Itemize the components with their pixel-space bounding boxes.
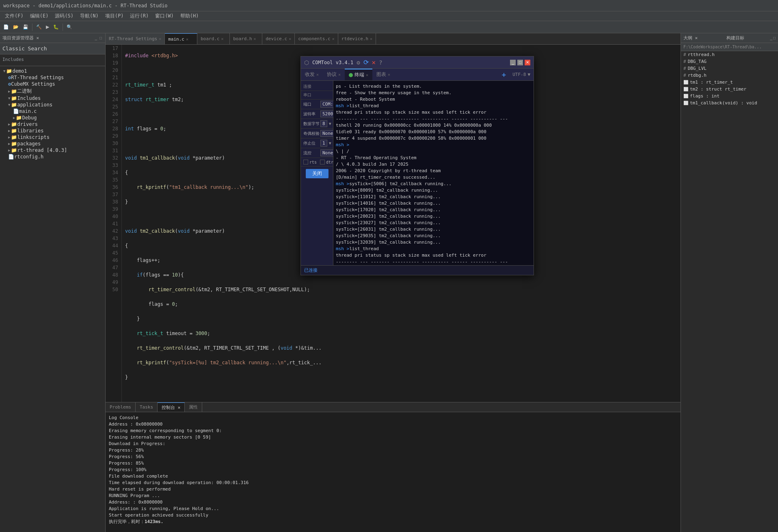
outline-item-tm1[interactable]: ⬜ tm1 : rt_timer_t <box>681 79 778 86</box>
outline-title: 大纲 ✕ <box>683 35 698 41</box>
menu-source[interactable]: 源码(S) <box>52 11 77 21</box>
outline-item-dbgtag[interactable]: # DBG_TAG <box>681 58 778 65</box>
panel-toolbar: _ □ <box>94 35 103 41</box>
com-terminal[interactable]: ps - List threads in the system. free - … <box>333 81 534 265</box>
tree-item-binary[interactable]: ▶ 📁 二进制 <box>0 87 105 95</box>
tree-item-rtthread[interactable]: ▶ 📁 rt-thread [4.0.3] <box>0 147 105 154</box>
terminal-line-12: \ | / <box>336 148 531 155</box>
tree-item-demo1[interactable]: ▼ 📁 demo1 <box>0 68 105 74</box>
com-tab-protocol[interactable]: 协议 ✕ <box>323 69 345 80</box>
tree-item-debug[interactable]: ▶ 📁 Debug <box>0 115 105 121</box>
menu-run[interactable]: 运行(R) <box>127 11 152 21</box>
tree-item-applications[interactable]: ▼ 📁 applications <box>0 102 105 108</box>
menu-project[interactable]: 项目(P) <box>102 11 127 21</box>
tree-item-rtconfig[interactable]: 📄 rtconfig.h <box>0 154 105 160</box>
com-databits-row[interactable]: 数据字节 8 ▼ <box>301 119 333 129</box>
tab-close-boardh[interactable]: ✕ <box>254 37 256 41</box>
tab-rtthread-settings[interactable]: RT-Thread Settings ✕ <box>106 33 165 44</box>
tree-item-libraries[interactable]: ▶ 📁 libraries <box>0 128 105 134</box>
com-tab-terminal-close[interactable]: ✕ <box>366 73 368 77</box>
file-tree: ▼ 📁 demo1 ⚙ RT-Thread Settings ⚙ CubeMX … <box>0 66 105 532</box>
tab-mainc[interactable]: main.c ✕ <box>165 33 197 44</box>
com-dtr-checkbox[interactable]: dtr <box>320 160 333 164</box>
com-tab-add[interactable]: + <box>498 69 509 80</box>
outline-max-button[interactable]: □ <box>773 36 776 40</box>
file-icon-mainc: 📄 <box>13 108 19 114</box>
com-maximize-button[interactable]: □ <box>517 60 523 65</box>
com-tab-terminal[interactable]: 终端 ✕ <box>345 69 372 80</box>
outline-item-flags[interactable]: ⬜ flags : int <box>681 93 778 99</box>
tab-close-mainc[interactable]: ✕ <box>186 37 188 41</box>
tab-close-componentsc[interactable]: ✕ <box>332 37 335 41</box>
outline-item-rtdbg[interactable]: # rtdbg.h <box>681 72 778 79</box>
outline-item-tm1callback[interactable]: ⬜ tm1_callback(void) : void <box>681 99 778 106</box>
tree-item-mainc[interactable]: 📄 main.c <box>0 108 105 115</box>
toolbar-save[interactable]: 💾 <box>21 24 30 30</box>
folder-icon-drivers: 📁 <box>11 121 17 127</box>
outline-item-dbglvl[interactable]: # DBG_LVL <box>681 65 778 72</box>
com-parity-row[interactable]: 奇偶校验 None ▼ <box>301 129 333 138</box>
toolbar-search[interactable]: 🔍 <box>65 24 74 30</box>
tab-properties[interactable]: 属性 <box>185 402 202 412</box>
com-tab-send-recv-close[interactable]: ✕ <box>316 72 319 77</box>
com-minimize-button[interactable]: _ <box>510 60 516 65</box>
menu-help[interactable]: 帮助(H) <box>177 11 202 21</box>
com-close-circle-icon[interactable]: ✕ <box>372 58 376 66</box>
com-close-connection-button[interactable]: 关闭 <box>306 169 328 178</box>
com-tab-terminal-label: 终端 <box>354 71 364 78</box>
toolbar-new[interactable]: 📄 <box>2 24 11 30</box>
tab-console[interactable]: 控制台 ✕ <box>158 402 185 412</box>
outline-item-tm2[interactable]: ⬜ tm2 : struct rt_timer <box>681 86 778 93</box>
tree-item-cubemx[interactable]: ⚙ CubeMX Settings <box>0 81 105 87</box>
com-refresh-icon[interactable]: ⟳ <box>363 58 369 66</box>
menu-window[interactable]: 窗口(W) <box>152 11 177 21</box>
tree-item-drivers[interactable]: ▶ 📁 drivers <box>0 121 105 128</box>
com-stopbits-value[interactable]: 1 <box>320 140 327 147</box>
toolbar-open[interactable]: 📂 <box>11 24 20 30</box>
tab-boardh[interactable]: board.h ✕ <box>230 33 262 44</box>
tab-close-devicec[interactable]: ✕ <box>289 37 291 41</box>
com-databits-value[interactable]: 8 <box>320 120 327 127</box>
tree-item-rtthread-settings[interactable]: ⚙ RT-Thread Settings <box>0 74 105 81</box>
tree-item-includes[interactable]: ▼ 📁 Includes <box>0 95 105 102</box>
com-settings-icon[interactable]: ⚙ <box>357 59 360 66</box>
com-help-icon[interactable]: ? <box>379 59 382 66</box>
tab-problems[interactable]: Problems <box>106 402 136 412</box>
tab-componentsc[interactable]: components.c ✕ <box>295 33 338 44</box>
com-tab-protocol-close[interactable]: ✕ <box>338 72 341 77</box>
tree-item-packages[interactable]: ▶ 📁 packages <box>0 141 105 147</box>
com-port-row[interactable]: 端口 COM: ▼ <box>301 99 333 109</box>
menu-file[interactable]: 文件(F) <box>2 11 27 21</box>
panel-minimize[interactable]: _ <box>94 35 98 41</box>
panel-maximize[interactable]: □ <box>99 35 103 41</box>
com-tab-send-recv[interactable]: 收发 ✕ <box>301 69 323 80</box>
tab-rtdeviceh[interactable]: rtdevice.h ✕ <box>338 33 376 44</box>
com-close-button[interactable]: ✕ <box>525 60 530 65</box>
toolbar-run[interactable]: ▶ <box>44 24 51 30</box>
com-rts-box[interactable] <box>303 160 308 164</box>
tab-tasks[interactable]: Tasks <box>136 402 158 412</box>
com-tab-chart[interactable]: 图表 ✕ <box>372 69 394 80</box>
tree-item-linkscripts[interactable]: ▶ 📁 linkscripts <box>0 134 105 141</box>
com-dtr-box[interactable] <box>320 160 325 164</box>
outline-label-tm1callback: tm1_callback(void) : void <box>690 100 757 106</box>
tab-devicec[interactable]: device.c ✕ <box>262 33 295 44</box>
toolbar-build[interactable]: 🔨 <box>35 24 43 30</box>
com-flowctrl-row[interactable]: 流控 None ▼ <box>301 148 333 158</box>
tab-boardc[interactable]: board.c ✕ <box>197 33 230 44</box>
com-tab-chart-close[interactable]: ✕ <box>388 72 390 77</box>
toolbar-debug[interactable]: 🐛 <box>52 24 61 30</box>
com-stopbits-row[interactable]: 停止位 1 ▼ <box>301 138 333 148</box>
com-baudrate-row[interactable]: 波特率 5200 ▼ <box>301 109 333 119</box>
tree-expand-linkscripts: ▶ <box>8 135 10 139</box>
tab-close-rtthread[interactable]: ✕ <box>159 37 161 41</box>
menu-navigate[interactable]: 导航(N) <box>77 11 102 21</box>
menu-edit[interactable]: 编辑(E) <box>27 11 52 21</box>
tab-close-boardc[interactable]: ✕ <box>221 37 224 41</box>
tab-label-boardh: board.h <box>233 36 252 41</box>
com-rts-checkbox[interactable]: rts <box>303 160 317 164</box>
tab-close-rtdeviceh[interactable]: ✕ <box>370 37 372 41</box>
outline-item-rtthread[interactable]: # rtthread.h <box>681 51 778 58</box>
outline-min-button[interactable]: _ <box>770 36 772 40</box>
com-databits-label: 数据字节 <box>303 121 320 127</box>
